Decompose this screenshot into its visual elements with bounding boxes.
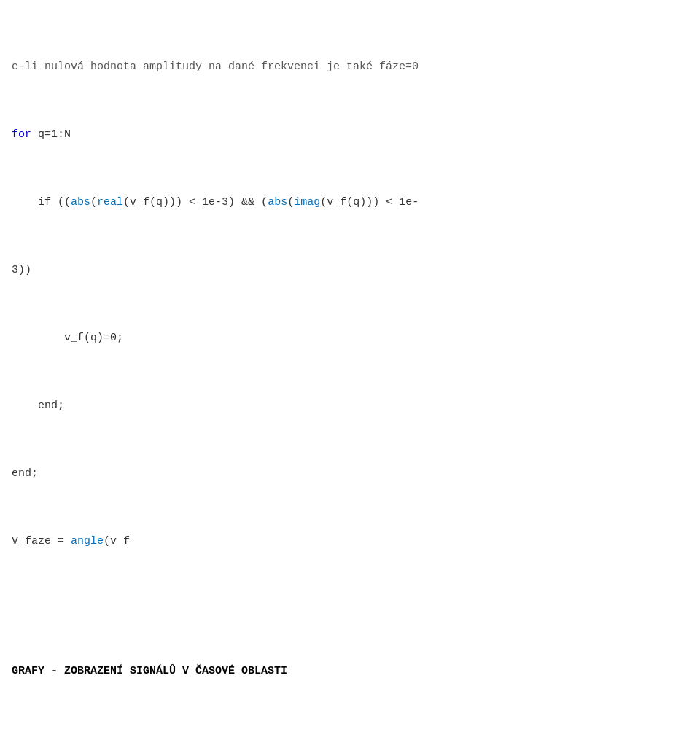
- line-5: end;: [12, 397, 688, 414]
- blank-1: [12, 601, 688, 612]
- line-3b: 3)): [12, 262, 688, 278]
- line-7: V_faze = angle(v_f: [12, 533, 688, 550]
- line-4: v_f(q)=0;: [12, 330, 688, 346]
- code-block: e-li nulová hodnota amplitudy na dané fr…: [12, 7, 688, 748]
- line-2: for q=1:N: [12, 126, 688, 143]
- line-1: e-li nulová hodnota amplitudy na dané fr…: [12, 58, 688, 75]
- blank-2: [12, 731, 688, 741]
- line-3: if ((abs(real(v_f(q))) < 1e-3) && (abs(i…: [12, 194, 688, 211]
- line-6: end;: [12, 465, 688, 482]
- section-header-1: GRAFY - ZOBRAZENÍ SIGNÁLŮ V ČASOVÉ OBLAS…: [12, 663, 688, 679]
